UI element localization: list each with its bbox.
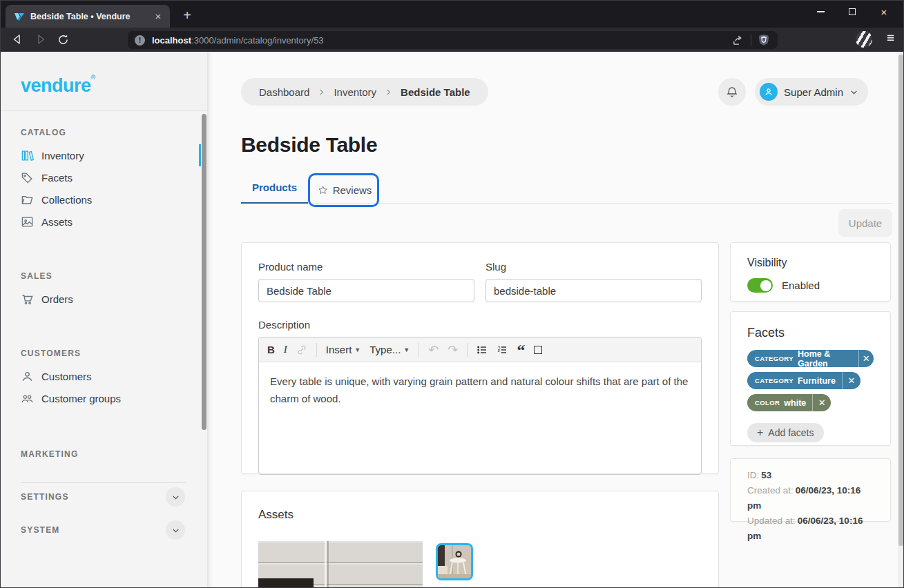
- sidebar-item-label: Collections: [41, 194, 92, 206]
- user-menu[interactable]: Super Admin: [755, 78, 868, 106]
- sidebar-item-customer-groups[interactable]: Customer groups: [0, 387, 207, 409]
- sidebar-item-facets[interactable]: Facets: [0, 166, 207, 188]
- description-label: Description: [258, 319, 702, 331]
- featured-asset-image[interactable]: [258, 541, 423, 588]
- italic-button[interactable]: I: [284, 344, 287, 355]
- sidebar-section-system[interactable]: SYSTEM: [0, 516, 207, 544]
- section-heading-customers: CUSTOMERS: [21, 349, 207, 358]
- sidebar-item-customers[interactable]: Customers: [0, 365, 207, 387]
- main-content: Dashboard Inventory Bedside Table Super …: [207, 52, 904, 588]
- tab-title: Bedside Table • Vendure: [30, 12, 152, 21]
- tab-reviews-label: Reviews: [333, 184, 372, 196]
- brave-shield-icon[interactable]: [758, 34, 769, 46]
- ordered-list-icon[interactable]: [497, 344, 508, 355]
- sidebar-item-label: Facets: [41, 172, 73, 184]
- page-scrollbar[interactable]: [898, 52, 904, 588]
- id-row: ID:53: [747, 468, 874, 483]
- insert-dropdown[interactable]: Insert▼: [326, 344, 360, 355]
- maximize-button[interactable]: [836, 0, 868, 23]
- sidebar-section-settings[interactable]: SETTINGS: [0, 483, 207, 511]
- url-text: localhost:3000/admin/catalog/inventory/5…: [152, 35, 732, 46]
- user-icon: [21, 369, 35, 383]
- sidebar-item-inventory[interactable]: Inventory: [0, 144, 207, 166]
- forward-icon[interactable]: [32, 30, 50, 48]
- cart-icon: [21, 292, 35, 306]
- tab-close-icon[interactable]: ×: [152, 10, 164, 22]
- facets-title: Facets: [747, 326, 874, 340]
- image-icon: [21, 215, 35, 228]
- enabled-toggle[interactable]: [747, 278, 773, 293]
- facet-value-label: white: [784, 398, 806, 408]
- browser-tab[interactable]: Bedside Table • Vendure ×: [6, 5, 170, 28]
- slug-input[interactable]: [485, 279, 702, 302]
- undo-icon[interactable]: ↶: [428, 344, 439, 356]
- caret-down-icon: ▼: [403, 346, 410, 353]
- vendure-logo[interactable]: vendure®: [21, 75, 95, 96]
- remove-facet-icon[interactable]: ✕: [813, 394, 831, 411]
- facet-group-label: CATEGORY: [755, 355, 794, 362]
- tab-reviews[interactable]: Reviews: [315, 177, 374, 203]
- sidebar-item-collections[interactable]: Collections: [0, 188, 207, 210]
- assets-card: Assets: [241, 491, 719, 588]
- remove-facet-icon[interactable]: ✕: [843, 372, 860, 389]
- description-editor-body[interactable]: Every table is unique, with varying grai…: [259, 362, 701, 474]
- blockquote-icon[interactable]: “: [517, 345, 525, 355]
- new-tab-button[interactable]: +: [178, 7, 196, 25]
- user-name: Super Admin: [784, 86, 843, 98]
- sidebar-item-label: Customer groups: [41, 393, 121, 404]
- browser-menu-icon[interactable]: ≡: [887, 30, 894, 46]
- back-icon[interactable]: [8, 30, 26, 48]
- reload-icon[interactable]: [54, 30, 72, 48]
- bullet-list-icon[interactable]: [477, 344, 488, 355]
- redo-icon[interactable]: ↷: [448, 344, 458, 356]
- asset-thumbnail[interactable]: [436, 543, 473, 580]
- sidebar-scrollbar[interactable]: [202, 114, 206, 430]
- bell-icon: [726, 86, 738, 98]
- share-icon[interactable]: [732, 35, 744, 46]
- facet-group-label: CATEGORY: [755, 377, 794, 384]
- remove-facet-icon[interactable]: ✕: [858, 350, 874, 367]
- visibility-card: Visibility Enabled: [730, 242, 891, 302]
- visibility-title: Visibility: [747, 257, 874, 269]
- facet-chip: CATEGORY Home & Garden ✕: [747, 350, 874, 367]
- minimize-button[interactable]: [805, 0, 836, 23]
- facet-group-label: COLOR: [755, 399, 780, 406]
- notifications-button[interactable]: [718, 78, 746, 106]
- type-dropdown[interactable]: Type...▼: [369, 344, 410, 355]
- product-name-input[interactable]: [258, 279, 474, 302]
- code-block-icon[interactable]: [534, 346, 542, 354]
- browser-profile-avatar[interactable]: [856, 31, 872, 48]
- chevron-right-icon: [318, 88, 325, 96]
- chevron-down-icon[interactable]: [166, 520, 185, 540]
- facet-value-label: Furniture: [798, 376, 836, 386]
- breadcrumb-inventory[interactable]: Inventory: [334, 86, 376, 98]
- library-icon: [21, 148, 35, 162]
- section-heading-sales: SALES: [21, 271, 207, 281]
- section-heading-settings: SETTINGS: [21, 492, 69, 502]
- asset-image-detail: [258, 578, 314, 588]
- breadcrumb-dashboard[interactable]: Dashboard: [259, 86, 309, 98]
- breadcrumb: Dashboard Inventory Bedside Table: [241, 78, 488, 106]
- user-avatar-icon: [760, 83, 778, 101]
- bold-button[interactable]: B: [267, 344, 275, 355]
- chevron-down-icon[interactable]: [166, 487, 185, 507]
- page-title: Bedside Table: [241, 133, 377, 157]
- breadcrumb-current: Bedside Table: [401, 86, 470, 98]
- asset-thumbnail-image: [438, 545, 471, 578]
- facet-chip: COLOR white ✕: [747, 394, 831, 411]
- tag-icon: [21, 170, 35, 184]
- site-info-icon[interactable]: !: [135, 35, 145, 46]
- update-button[interactable]: Update: [838, 209, 892, 237]
- close-button[interactable]: ×: [868, 0, 900, 23]
- sidebar-item-orders[interactable]: Orders: [0, 288, 207, 310]
- page-scrollbar-thumb[interactable]: [898, 55, 903, 546]
- link-icon[interactable]: [296, 344, 307, 355]
- assets-title: Assets: [258, 508, 702, 522]
- entity-info-card: ID:53 Created at:06/06/23, 10:16 pm Upda…: [730, 458, 891, 522]
- tab-products[interactable]: Products: [241, 177, 308, 204]
- plus-icon: +: [757, 427, 763, 439]
- vendure-favicon-icon: [14, 11, 25, 22]
- sidebar-item-assets[interactable]: Assets: [0, 210, 207, 233]
- url-bar[interactable]: ! localhost:3000/admin/catalog/inventory…: [128, 31, 778, 49]
- add-facets-button[interactable]: + Add facets: [747, 423, 824, 442]
